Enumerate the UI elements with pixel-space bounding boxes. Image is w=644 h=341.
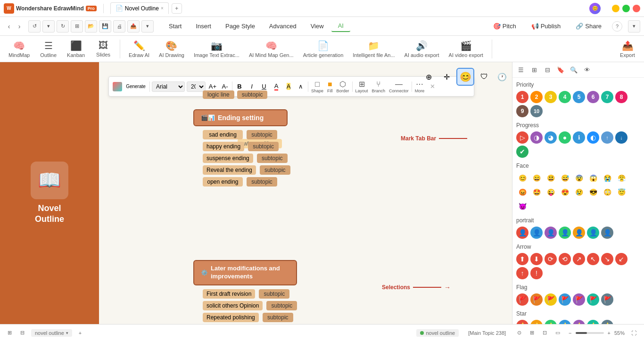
face-9[interactable]: 🤩: [530, 186, 543, 198]
priority-1[interactable]: 1: [516, 91, 528, 103]
tab-dropdown-icon[interactable]: ▾: [66, 331, 68, 335]
help-btn[interactable]: ?: [612, 21, 622, 32]
panel-grid-view[interactable]: ⊞: [528, 64, 540, 75]
share-btn[interactable]: 🔗 Share: [571, 21, 606, 32]
minimize-btn[interactable]: [612, 5, 619, 12]
open-ending-node[interactable]: open ending: [203, 177, 243, 187]
toolbar-intelligent-file[interactable]: 📁 Intelligent file An...: [349, 38, 398, 60]
ft-connector-btn[interactable]: — Connector: [388, 79, 410, 94]
flag-3[interactable]: 🚩: [559, 293, 571, 306]
face-4[interactable]: 😨: [573, 172, 585, 184]
arrow-2[interactable]: ⟳: [545, 253, 557, 265]
ft-highlight-btn[interactable]: A: [283, 81, 294, 92]
toolbar-article-gen[interactable]: 📄 Article generation: [299, 38, 347, 60]
first-draft-node[interactable]: First draft revision: [203, 289, 255, 299]
progress-info[interactable]: ℹ: [573, 131, 585, 144]
toolbar-ai-drawing[interactable]: 🎨 AI Drawing: [155, 38, 188, 60]
ft-font-select[interactable]: Arial: [152, 81, 185, 92]
user-avatar[interactable]: 😊: [589, 3, 601, 14]
tab-insert[interactable]: Insert: [189, 20, 218, 32]
progress-50[interactable]: ◕: [545, 131, 557, 144]
star-6[interactable]: ⭐: [601, 320, 613, 324]
face-13[interactable]: 😎: [587, 186, 599, 198]
toolbar-slides[interactable]: 🖼 Slides: [91, 38, 115, 59]
progress-25[interactable]: ◑: [530, 131, 543, 144]
tab-view[interactable]: View: [304, 20, 330, 32]
suspense-ending-node[interactable]: suspense ending: [203, 154, 253, 163]
star-2[interactable]: ⭐: [545, 320, 557, 324]
later-modifications-header[interactable]: ⚙️ Later modifications and improvements: [193, 260, 297, 285]
flag-5[interactable]: 🚩: [587, 293, 599, 306]
panel-list-view[interactable]: ☰: [515, 64, 527, 75]
tab-start[interactable]: Start: [162, 20, 188, 32]
icon-emoji-active[interactable]: 😊: [456, 68, 474, 86]
ft-shape-btn[interactable]: □ Shape: [310, 79, 324, 94]
tab-page-style[interactable]: Page Style: [219, 20, 262, 32]
face-12[interactable]: 😢: [573, 186, 585, 198]
ft-layout-btn[interactable]: ⊞ Layout: [355, 79, 369, 94]
ft-generate-btn[interactable]: Generate: [124, 81, 148, 92]
progress-up[interactable]: ↑: [601, 131, 613, 144]
priority-9[interactable]: 9: [516, 105, 528, 117]
panel-search[interactable]: 🔍: [568, 64, 579, 75]
undo-dropdown[interactable]: ▾: [42, 20, 55, 32]
toolbar-ai-mindmap[interactable]: 🧠 AI Mind Map Gen...: [245, 38, 297, 60]
main-canvas[interactable]: Generate Arial 20 A+ A- B I U A A ∧ □ Sh…: [99, 62, 512, 324]
icon-crosshair[interactable]: ✛: [438, 69, 454, 85]
print-btn[interactable]: 🖨: [113, 20, 125, 32]
toolbar-ai-audio[interactable]: 🔊 AI audio export: [401, 38, 443, 60]
panel-eye[interactable]: 👁: [581, 64, 593, 75]
status-grid-btn[interactable]: ⊞: [6, 329, 14, 337]
zoom-out-btn[interactable]: −: [567, 329, 573, 337]
pitch-btn[interactable]: 🎯 Pitch: [488, 21, 521, 32]
forward-btn[interactable]: ›: [14, 21, 25, 32]
new-tab-btn[interactable]: +: [172, 3, 182, 14]
status-list-btn[interactable]: ⊟: [18, 329, 26, 337]
progress-75[interactable]: ●: [559, 131, 571, 144]
face-2[interactable]: 😃: [545, 172, 557, 184]
toolbar-mindmap[interactable]: 🧠 MindMap: [5, 38, 33, 60]
face-8[interactable]: 😡: [516, 186, 528, 198]
status-eye-btn[interactable]: ⊙: [515, 329, 523, 337]
active-tab[interactable]: 📄 Novel Outline ×: [110, 2, 169, 14]
add-tab-btn[interactable]: +: [77, 329, 83, 337]
sad-ending-node[interactable]: sad ending: [203, 130, 243, 139]
face-5[interactable]: 😱: [587, 172, 599, 184]
reveal-ending-node[interactable]: Reveal the ending: [203, 165, 256, 175]
toolbar-outline[interactable]: ☰ Outline: [36, 38, 60, 60]
export-btn[interactable]: 📤: [127, 20, 140, 32]
save-btn[interactable]: 💾: [99, 20, 111, 32]
panel-table-view[interactable]: ⊟: [542, 64, 553, 75]
toolbar-export[interactable]: 📤 Export: [616, 38, 639, 60]
status-rect-btn[interactable]: ⊡: [541, 329, 549, 337]
icon-shield[interactable]: 🛡: [476, 69, 492, 85]
zoom-slider[interactable]: [576, 332, 604, 334]
face-15[interactable]: 😇: [615, 186, 627, 198]
progress-done[interactable]: ✔: [516, 146, 528, 158]
portrait-3[interactable]: 👤: [559, 227, 571, 239]
arrow-5[interactable]: ↖: [587, 253, 599, 265]
flag-6[interactable]: 🚩: [601, 293, 613, 306]
more-actions-btn[interactable]: ▾: [141, 20, 154, 32]
star-5[interactable]: ⭐: [587, 320, 599, 324]
face-7[interactable]: 😤: [615, 172, 627, 184]
maximize-btn[interactable]: [622, 5, 630, 12]
priority-6[interactable]: 6: [587, 91, 599, 103]
ending-setting-header[interactable]: 🎬📊 Ending setting: [193, 109, 288, 126]
star-3[interactable]: ⭐: [559, 320, 571, 324]
face-14[interactable]: 😳: [601, 186, 613, 198]
toolbar-ai-video[interactable]: 🎬 AI video export: [445, 38, 487, 60]
zoom-in-btn[interactable]: +: [606, 329, 612, 337]
arrow-9[interactable]: !: [530, 267, 543, 279]
face-1[interactable]: 😄: [530, 172, 543, 184]
new-btn[interactable]: ⊞: [71, 20, 83, 32]
face-0[interactable]: 😊: [516, 172, 528, 184]
priority-5[interactable]: 5: [573, 91, 585, 103]
ft-branch-btn[interactable]: ⑂ Branch: [371, 79, 387, 94]
portrait-2[interactable]: 👤: [545, 227, 557, 239]
star-4[interactable]: ⭐: [573, 320, 585, 324]
priority-7[interactable]: 7: [601, 91, 613, 103]
priority-4[interactable]: 4: [559, 91, 571, 103]
portrait-5[interactable]: 👤: [587, 227, 599, 239]
ending-setting-node[interactable]: 🎬📊 Ending setting sad ending subtopic ha…: [193, 109, 290, 187]
